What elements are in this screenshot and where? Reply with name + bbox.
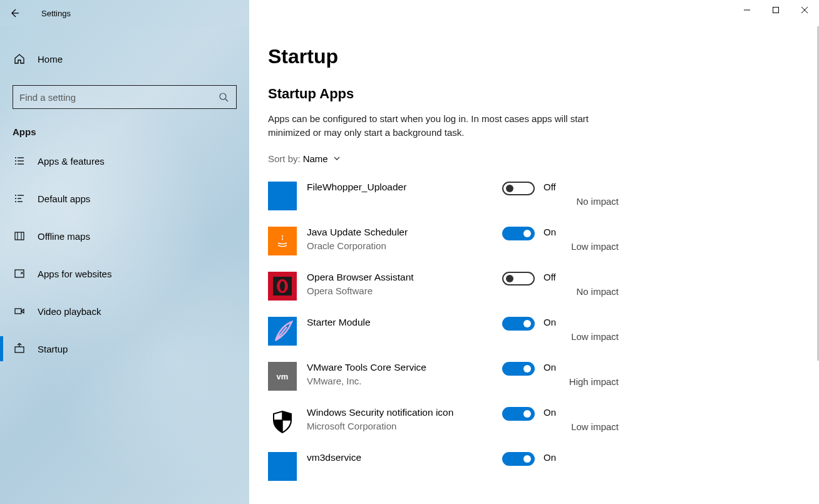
search-box[interactable] xyxy=(13,85,237,109)
nav-item-apps-for-websites[interactable]: Apps for websites xyxy=(0,259,249,289)
home-nav[interactable]: Home xyxy=(0,45,249,73)
nav-item-label: Apps for websites xyxy=(38,269,111,279)
app-publisher: VMware, Inc. xyxy=(307,376,502,386)
close-icon xyxy=(801,6,808,14)
svg-rect-22 xyxy=(273,232,292,250)
app-icon xyxy=(268,227,297,255)
svg-text:vm: vm xyxy=(277,372,289,381)
app-name: FileWhopper_Uploader xyxy=(307,182,502,193)
section-description: Apps can be configured to start when you… xyxy=(268,112,619,140)
search-icon xyxy=(217,92,230,102)
startup-app-row: vm3dserviceOn xyxy=(268,448,619,493)
window-controls xyxy=(733,0,819,20)
content-area: Startup Startup Apps Apps can be configu… xyxy=(249,26,819,504)
startup-app-row: Windows Security notification iconMicros… xyxy=(268,403,619,448)
impact-label: No impact xyxy=(543,196,619,207)
nav-item-label: Default apps xyxy=(38,193,90,204)
map-icon xyxy=(13,230,26,242)
startup-toggle[interactable] xyxy=(502,182,535,195)
app-name: Starter Module xyxy=(307,317,502,328)
svg-rect-20 xyxy=(15,309,21,314)
minimize-button[interactable] xyxy=(733,0,761,20)
toggle-state-label: On xyxy=(543,227,619,237)
nav-item-default-apps[interactable]: Default apps xyxy=(0,183,249,213)
startup-app-row: Starter ModuleOnLow impact xyxy=(268,313,619,358)
startup-toggle[interactable] xyxy=(502,362,535,376)
nav-item-offline-maps[interactable]: Offline maps xyxy=(0,221,249,251)
app-web-icon xyxy=(13,268,26,279)
titlebar: Settings xyxy=(0,0,819,26)
sort-dropdown[interactable]: Sort by: Name xyxy=(268,153,819,164)
app-icon xyxy=(268,182,297,210)
svg-point-4 xyxy=(220,93,226,100)
search-input[interactable] xyxy=(19,92,217,103)
toggle-state-label: Off xyxy=(543,272,619,282)
startup-toggle[interactable] xyxy=(502,227,535,240)
page-title: Startup xyxy=(268,45,819,68)
app-name: vm3dservice xyxy=(307,452,502,463)
toggle-state-label: On xyxy=(543,317,619,327)
back-button[interactable] xyxy=(0,0,29,26)
app-name: VMware Tools Core Service xyxy=(307,362,502,373)
app-publisher: Microsoft Corporation xyxy=(307,421,502,431)
list-icon xyxy=(13,155,26,167)
svg-point-25 xyxy=(280,281,285,291)
app-icon xyxy=(268,452,297,481)
impact-label: High impact xyxy=(543,376,619,387)
nav-item-label: Offline maps xyxy=(38,231,90,242)
sort-value: Name xyxy=(303,153,328,164)
svg-rect-18 xyxy=(15,232,24,240)
arrow-left-icon xyxy=(9,8,19,18)
home-icon xyxy=(13,53,26,64)
startup-toggle[interactable] xyxy=(502,272,535,285)
nav-item-apps-features[interactable]: Apps & features xyxy=(0,146,249,176)
app-icon xyxy=(268,317,297,346)
impact-label: Low impact xyxy=(543,331,619,342)
startup-toggle[interactable] xyxy=(502,317,535,331)
app-name: Windows Security notification icon xyxy=(307,407,502,418)
toggle-state-label: On xyxy=(543,407,619,418)
nav-item-startup[interactable]: Startup xyxy=(0,334,249,364)
svg-rect-1 xyxy=(773,8,779,13)
sidebar: Home Apps Apps & featuresDefault appsOff… xyxy=(0,26,249,504)
toggle-state-label: Off xyxy=(543,182,619,192)
app-publisher: Opera Software xyxy=(307,285,502,296)
maximize-icon xyxy=(772,6,780,14)
close-button[interactable] xyxy=(790,0,819,20)
nav-item-label: Startup xyxy=(38,344,68,354)
impact-label: Low impact xyxy=(543,241,619,252)
svg-rect-21 xyxy=(15,347,24,352)
toggle-state-label: On xyxy=(543,362,619,373)
chevron-down-icon xyxy=(333,155,341,162)
startup-icon xyxy=(13,343,26,354)
app-icon xyxy=(268,272,297,301)
app-icon: vm xyxy=(268,362,297,391)
startup-app-row: Opera Browser AssistantOpera SoftwareOff… xyxy=(268,268,619,313)
startup-app-row: vmVMware Tools Core ServiceVMware, Inc.O… xyxy=(268,358,619,403)
sort-label: Sort by: xyxy=(268,153,301,164)
maximize-button[interactable] xyxy=(761,0,790,20)
startup-toggle[interactable] xyxy=(502,407,535,421)
video-icon xyxy=(13,306,26,317)
defaults-icon xyxy=(13,193,26,204)
toggle-state-label: On xyxy=(543,452,619,463)
app-name: Opera Browser Assistant xyxy=(307,272,502,283)
home-label: Home xyxy=(38,54,63,64)
startup-toggle[interactable] xyxy=(502,452,535,466)
startup-app-row: Java Update SchedulerOracle CorporationO… xyxy=(268,223,619,268)
startup-app-row: FileWhopper_UploaderOffNo impact xyxy=(268,178,619,223)
app-name: Java Update Scheduler xyxy=(307,227,502,238)
app-icon xyxy=(268,407,297,436)
impact-label: Low impact xyxy=(543,421,619,432)
window-title: Settings xyxy=(41,9,71,18)
app-publisher: Oracle Corporation xyxy=(307,240,502,251)
section-title: Startup Apps xyxy=(268,86,819,102)
nav-item-label: Video playback xyxy=(38,306,101,317)
svg-line-5 xyxy=(225,99,228,101)
minimize-icon xyxy=(743,6,751,14)
nav-item-video-playback[interactable]: Video playback xyxy=(0,296,249,326)
category-header: Apps xyxy=(13,126,237,137)
nav-item-label: Apps & features xyxy=(38,156,105,167)
impact-label: No impact xyxy=(543,286,619,297)
